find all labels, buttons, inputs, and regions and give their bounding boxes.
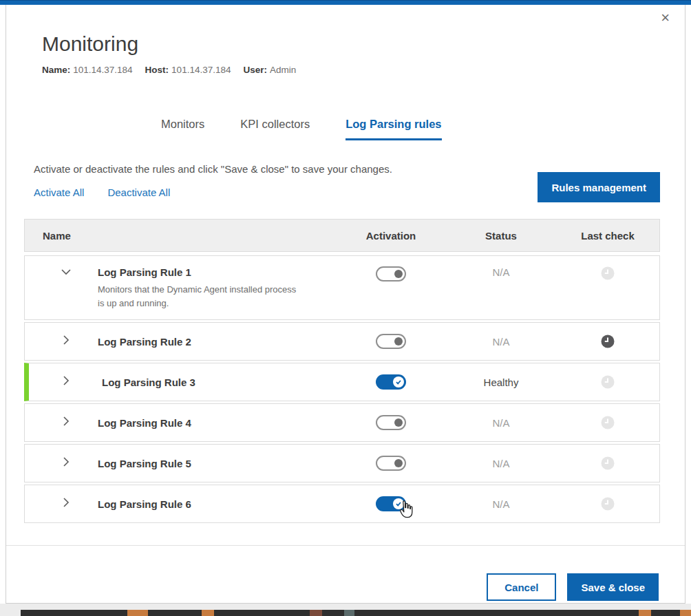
activation-cell <box>336 374 446 390</box>
rule-name-cell: Log Parsing Rule 6 <box>98 498 336 510</box>
taskbar-segment <box>680 610 691 616</box>
rule-name-cell: Log Parsing Rule 4 <box>98 417 336 429</box>
activate-all-link[interactable]: Activate All <box>34 187 84 198</box>
chevron-down-icon <box>61 266 72 277</box>
last-check-cell <box>556 416 659 429</box>
expand-row-button[interactable] <box>25 456 98 470</box>
clock-icon <box>601 334 615 348</box>
expand-row-button[interactable] <box>25 334 98 348</box>
chevron-right-icon <box>61 456 72 467</box>
deactivate-all-link[interactable]: Deactivate All <box>107 187 170 198</box>
toggle-knob <box>394 270 403 278</box>
close-icon[interactable]: × <box>661 10 670 25</box>
expand-row-button[interactable] <box>29 375 102 389</box>
activation-toggle[interactable] <box>376 374 406 390</box>
rules-toolbar: Activate or deactivate the rules and cli… <box>24 163 660 198</box>
clock-icon <box>601 416 615 429</box>
rule-name-cell: Log Parsing Rule 1Monitors that the Dyna… <box>98 266 336 310</box>
rules-table-body: Log Parsing Rule 1Monitors that the Dyna… <box>24 255 660 523</box>
rule-status: N/A <box>446 458 556 469</box>
rule-name: Log Parsing Rule 2 <box>98 336 336 348</box>
table-header: Name Activation Status Last check <box>24 219 660 252</box>
last-check-cell <box>556 456 659 470</box>
column-header-status: Status <box>446 230 556 242</box>
rule-status: Healthy <box>446 376 556 388</box>
monitoring-dialog: × Monitoring Name:101.14.37.184 Host:101… <box>6 5 685 604</box>
dialog-footer: Cancel Save & close <box>6 545 685 603</box>
host-meta: Name:101.14.37.184 Host:101.14.37.184 Us… <box>42 65 296 75</box>
page-title: Monitoring <box>42 32 296 56</box>
rules-management-button[interactable]: Rules management <box>538 172 660 202</box>
activation-cell <box>336 496 446 511</box>
taskbar-segment <box>639 610 651 616</box>
column-header-last-check: Last check <box>556 230 659 242</box>
activation-toggle[interactable] <box>376 496 406 511</box>
activation-cell <box>336 334 446 349</box>
chevron-right-icon <box>61 334 72 346</box>
rule-status: N/A <box>446 266 556 278</box>
last-check-cell <box>556 266 659 280</box>
check-icon <box>395 379 402 385</box>
chevron-right-icon <box>61 416 72 427</box>
rule-name: Log Parsing Rule 3 <box>102 376 336 388</box>
table-row: Log Parsing Rule 4N/A <box>24 403 660 442</box>
tab-kpi-collectors[interactable]: KPI collectors <box>240 118 310 140</box>
toggle-knob <box>393 498 404 509</box>
rule-name: Log Parsing Rule 1 <box>98 266 336 278</box>
clock-icon <box>601 497 615 511</box>
clock-icon <box>601 266 615 280</box>
column-header-activation: Activation <box>336 230 446 242</box>
table-row: Log Parsing Rule 5N/A <box>24 444 660 482</box>
tab-log-parsing-rules[interactable]: Log Parsing rules <box>346 118 441 140</box>
meta-user: User:Admin <box>243 65 296 75</box>
chevron-right-icon <box>61 497 72 508</box>
chevron-right-icon <box>61 375 72 386</box>
rule-status: N/A <box>446 498 556 510</box>
activation-cell <box>336 266 446 282</box>
check-icon <box>395 500 402 507</box>
activation-cell <box>336 415 446 430</box>
meta-host: Host:101.14.37.184 <box>145 65 231 75</box>
rule-name-cell: Log Parsing Rule 3 <box>102 376 336 388</box>
save-close-button[interactable]: Save & close <box>567 573 659 601</box>
rules-table: Name Activation Status Last check Log Pa… <box>24 219 660 525</box>
rule-name: Log Parsing Rule 6 <box>98 498 336 510</box>
activation-toggle[interactable] <box>376 415 406 430</box>
tab-bar: Monitors KPI collectors Log Parsing rule… <box>161 118 442 140</box>
toggle-knob <box>394 459 403 467</box>
clock-icon <box>601 375 615 389</box>
meta-name: Name:101.14.37.184 <box>42 65 133 75</box>
activation-cell <box>336 456 446 471</box>
activation-toggle[interactable] <box>376 456 406 471</box>
rule-description: Monitors that the Dynamic Agent installe… <box>98 283 301 310</box>
expand-row-button[interactable] <box>25 497 98 511</box>
toggle-knob <box>393 376 404 387</box>
tab-monitors[interactable]: Monitors <box>161 118 204 140</box>
last-check-cell <box>556 497 659 511</box>
table-row: Log Parsing Rule 1Monitors that the Dyna… <box>24 255 660 320</box>
activation-toggle[interactable] <box>376 266 406 282</box>
toggle-knob <box>394 418 403 427</box>
activation-toggle[interactable] <box>376 334 406 349</box>
rule-name-cell: Log Parsing Rule 2 <box>98 336 336 348</box>
taskbar-segment <box>344 610 354 616</box>
table-row: Log Parsing Rule 6N/A <box>24 485 660 523</box>
last-check-cell <box>556 375 659 389</box>
background-taskbar <box>21 610 691 616</box>
taskbar-segment <box>127 610 148 616</box>
rule-name: Log Parsing Rule 4 <box>98 417 336 429</box>
rule-status: N/A <box>446 417 556 429</box>
column-header-name: Name <box>25 230 336 242</box>
table-row: Log Parsing Rule 3Healthy <box>24 363 660 401</box>
dialog-header: Monitoring Name:101.14.37.184 Host:101.1… <box>42 32 296 75</box>
expand-row-button[interactable] <box>25 266 98 280</box>
rule-name: Log Parsing Rule 5 <box>98 458 336 469</box>
expand-row-button[interactable] <box>25 416 98 429</box>
last-check-cell <box>556 334 659 348</box>
rule-status: N/A <box>446 336 556 348</box>
cancel-button[interactable]: Cancel <box>487 573 556 601</box>
table-row: Log Parsing Rule 2N/A <box>24 322 660 361</box>
toggle-knob <box>394 337 403 346</box>
taskbar-segment <box>202 610 214 616</box>
rule-name-cell: Log Parsing Rule 5 <box>98 458 336 469</box>
